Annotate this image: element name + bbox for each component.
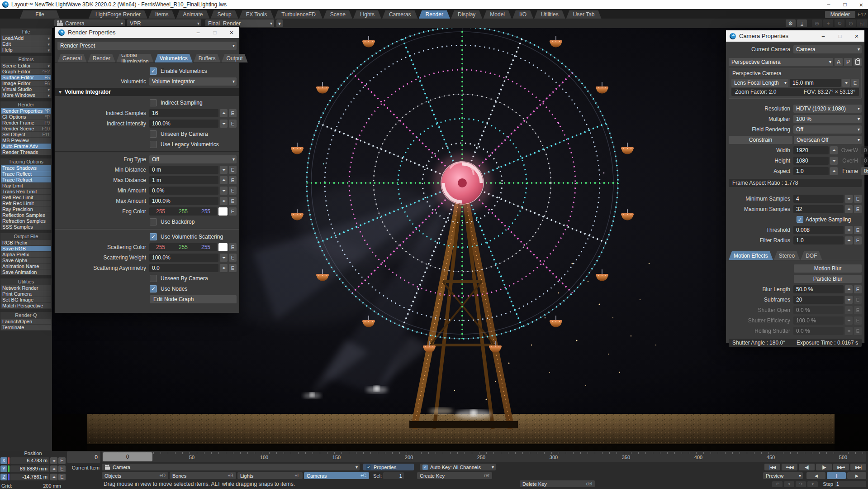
play-reverse-button[interactable]: ◀: [806, 472, 825, 479]
tab-volumetrics[interactable]: Volumetrics: [155, 54, 193, 62]
mini-slider-icon[interactable]: [842, 79, 850, 87]
envelope-button[interactable]: [229, 120, 237, 128]
envelope-button[interactable]: [229, 187, 237, 195]
properties-button[interactable]: Properties: [363, 464, 414, 470]
indirect-intensity-field[interactable]: 100.0%: [149, 120, 218, 128]
envelope-button[interactable]: [851, 79, 859, 87]
volumetric-dropdown[interactable]: Volume Integrator: [149, 77, 237, 86]
sidebar-item-mb-preview[interactable]: MB Preview: [1, 138, 51, 143]
z-axis-badge[interactable]: Z: [0, 474, 7, 480]
sidebar-item-save-animation[interactable]: Save Animation: [1, 269, 51, 275]
minimize-icon[interactable]: [191, 28, 205, 37]
step-field[interactable]: 1: [835, 481, 866, 487]
sidebar-item-ray-precision[interactable]: Ray Precision: [1, 206, 51, 212]
camera-properties-titlebar[interactable]: Camera Properties: [726, 30, 864, 42]
envelope-button[interactable]: [854, 316, 862, 325]
mini-slider-icon[interactable]: [845, 285, 853, 293]
mini-slider-icon[interactable]: [220, 264, 228, 272]
indirect-samples-field[interactable]: 16: [149, 109, 218, 117]
maximum-samples-field[interactable]: 32: [793, 205, 844, 213]
rolling-shutter-field[interactable]: 0.0 %: [793, 327, 844, 335]
current-camera-dropdown[interactable]: Camera: [793, 45, 862, 53]
current-item-dropdown[interactable]: Camera: [102, 464, 360, 470]
sidebar-item-alpha-prefix[interactable]: Alpha Prefix: [1, 252, 51, 257]
threshold-field[interactable]: 0.008: [793, 226, 844, 234]
mini-slider-icon[interactable]: [220, 176, 228, 184]
sidebar-item-trans-rec-limit[interactable]: Trans Rec Limit: [1, 189, 51, 194]
sidebar-item-rgb-prefix[interactable]: RGB Prefix: [1, 240, 51, 245]
height-field[interactable]: 1080: [793, 157, 829, 165]
undo-button[interactable]: ↶: [772, 481, 783, 487]
scattering-color-swatch[interactable]: [218, 243, 228, 251]
sidebar-item-load-add[interactable]: Load/Add: [1, 35, 51, 41]
scattering-asymmetry-field[interactable]: 0.0: [149, 264, 218, 272]
fog-color-swatch[interactable]: [218, 207, 228, 216]
envelope-button[interactable]: [229, 254, 237, 262]
close-icon[interactable]: [850, 32, 863, 41]
tab-motion-effects[interactable]: Motion Effects: [729, 251, 773, 260]
sidebar-item-sel-object[interactable]: Sel ObjectF11: [1, 132, 51, 137]
mini-slider-icon[interactable]: [845, 296, 853, 304]
menu-tab-file[interactable]: File: [20, 10, 60, 19]
envelope-button[interactable]: [854, 306, 862, 314]
play-forward-button[interactable]: ▶: [847, 472, 866, 479]
envelope-button[interactable]: [229, 207, 237, 216]
sidebar-item-virtual-studio[interactable]: Virtual Studio: [1, 86, 51, 92]
sidebar-item-refl-rec-limit[interactable]: Refl Rec Limit: [1, 195, 51, 200]
menu-tab[interactable]: Model: [483, 10, 512, 19]
sidebar-item-scene-editor[interactable]: Scene Editor: [1, 63, 51, 68]
next-key-button[interactable]: ▶▶●: [833, 464, 849, 470]
timeline-ruler[interactable]: 0 50 100 150 200 250 300 350 400 450 500…: [102, 451, 866, 462]
x-axis-badge[interactable]: X: [0, 457, 7, 464]
close-icon[interactable]: [225, 28, 238, 37]
indirect-sampling-checkbox[interactable]: [150, 99, 157, 106]
tab-buffers[interactable]: Buffers: [194, 54, 221, 62]
select-cameras-button[interactable]: Cameras+C: [304, 472, 369, 479]
sidebar-item-save-rgb[interactable]: Save RGB: [1, 246, 51, 251]
sidebar-item-network-render[interactable]: Network Render: [1, 285, 51, 291]
sidebar-item-save-alpha[interactable]: Save Alpha: [1, 258, 51, 263]
tab-output[interactable]: Output: [222, 54, 248, 62]
mini-slider-icon[interactable]: [220, 166, 228, 174]
sidebar-item-refraction-samples[interactable]: Refraction Samples: [1, 218, 51, 224]
menu-tab[interactable]: Animate: [176, 10, 209, 19]
scattering-weight-field[interactable]: 100.0%: [149, 254, 218, 262]
previous-frame-button[interactable]: ◀||: [799, 464, 815, 470]
rotate-view-icon[interactable]: ↻: [835, 19, 844, 27]
fog-type-dropdown[interactable]: Off: [149, 155, 237, 163]
mini-slider-icon[interactable]: [845, 236, 853, 244]
aspect-field[interactable]: 1.0: [793, 167, 829, 175]
previous-key-button[interactable]: ●◀◀: [782, 464, 797, 470]
sidebar-item-render-threads[interactable]: Render Threads: [1, 149, 51, 155]
mini-slider-icon[interactable]: [220, 120, 228, 128]
menu-tab[interactable]: Utilities: [534, 10, 565, 19]
mini-slider-icon[interactable]: [845, 306, 853, 314]
sidebar-item-set-bg-image[interactable]: Set BG Image: [1, 297, 51, 302]
fog-color-field[interactable]: 255 255 255: [149, 207, 217, 216]
filter-radius-field[interactable]: 1.0: [793, 236, 844, 244]
chevron-down-icon[interactable]: ▾: [276, 19, 283, 27]
envelope-button[interactable]: [229, 176, 237, 184]
sidebar-item-auto-frame-adv[interactable]: Auto Frame Adv: [1, 144, 51, 149]
sidebar-item-refr-rec-limit[interactable]: Refr Rec Limit: [1, 201, 51, 206]
min-amount-field[interactable]: 0.0%: [149, 187, 218, 195]
sidebar-item-print-camera[interactable]: Print Camera: [1, 291, 51, 297]
mini-slider-icon[interactable]: [845, 316, 853, 325]
gear-icon[interactable]: ⚙: [786, 19, 796, 27]
maximize-icon[interactable]: [833, 32, 847, 41]
envelope-button[interactable]: [58, 474, 66, 480]
menu-tab-render[interactable]: Render: [419, 10, 450, 19]
tab-render[interactable]: Render: [88, 54, 115, 62]
envelope-button[interactable]: [58, 465, 66, 472]
field-rendering-dropdown[interactable]: Off: [793, 125, 862, 134]
mini-slider-icon[interactable]: [220, 254, 228, 262]
overh-field[interactable]: 0: [861, 157, 868, 165]
maximize-icon[interactable]: [838, 0, 852, 9]
sidebar-item-image-editor[interactable]: Image EditorF6: [1, 81, 51, 86]
menu-tab[interactable]: Setup: [210, 10, 238, 19]
sidebar-item-trace-reflect[interactable]: Trace Reflect: [1, 171, 51, 177]
select-lights-button[interactable]: Lights+L: [237, 472, 303, 479]
sidebar-item-ray-limit[interactable]: Ray Limit: [1, 183, 51, 188]
lens-focal-length-dropdown[interactable]: Lens Focal Length: [731, 79, 788, 87]
use-nodes-checkbox[interactable]: [150, 285, 157, 292]
